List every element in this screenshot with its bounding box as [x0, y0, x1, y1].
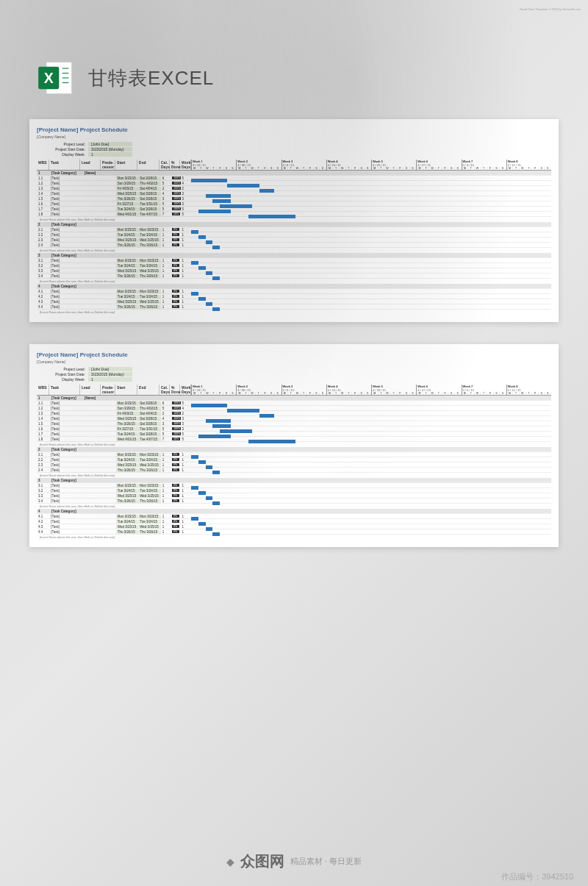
week-header: Week 54 / 20 / 15MTWTFSS — [371, 385, 416, 395]
gantt-bar[interactable] — [212, 246, 220, 249]
category-row[interactable]: 4[Task Category] — [37, 509, 551, 514]
task-row[interactable]: 2.2[Task]Tue 3/24/15Tue 3/24/1510%1 — [37, 457, 551, 462]
gantt-bar[interactable] — [212, 199, 231, 203]
gantt-bar[interactable] — [191, 486, 198, 490]
meta-week-value[interactable]: 1 — [88, 152, 132, 157]
gantt-bar[interactable] — [206, 527, 213, 531]
gantt-bar[interactable] — [220, 429, 252, 433]
gantt-bar[interactable] — [220, 204, 252, 208]
task-row[interactable]: 3.2[Task]Tue 3/24/15Tue 3/24/1510%1 — [37, 263, 551, 268]
task-row[interactable]: 4.2[Task]Tue 3/24/15Tue 3/24/1510%1 — [37, 294, 551, 299]
meta-start-value[interactable]: 3/23/2015 (Monday) — [88, 147, 132, 151]
gantt-bar[interactable] — [206, 302, 213, 306]
meta-lead-value[interactable]: [John Doe] — [88, 367, 132, 371]
task-row[interactable]: 3.2[Task]Tue 3/24/15Tue 3/24/1510%1 — [37, 488, 551, 493]
gantt-bar[interactable] — [212, 532, 220, 536]
task-row[interactable]: 1.1[Task]Mon 3/23/15Sat 3/28/156100%5 — [37, 176, 551, 181]
task-row[interactable]: 2.1[Task]Mon 3/23/15Mon 3/23/1510%1 — [37, 227, 551, 232]
gantt-bar[interactable] — [198, 297, 206, 301]
gantt-bar[interactable] — [248, 440, 295, 443]
task-row[interactable]: 1.8[Task]Wed 4/01/15Tue 4/07/15750%5 — [37, 212, 551, 217]
gantt-bar[interactable] — [191, 517, 198, 521]
gantt-bar[interactable] — [191, 261, 198, 265]
gantt-bar[interactable] — [227, 409, 259, 412]
gantt-bar[interactable] — [198, 235, 206, 239]
task-row[interactable]: 2.4[Task]Thu 3/26/15Thu 3/26/1510%1 — [37, 468, 551, 473]
task-row[interactable]: 3.3[Task]Wed 3/25/15Wed 3/25/1510%1 — [37, 493, 551, 499]
gantt-bar[interactable] — [206, 465, 213, 469]
task-row[interactable]: 1.7[Task]Tue 3/24/15Sat 3/28/155100%5 — [37, 207, 551, 212]
gantt-bar[interactable] — [198, 435, 231, 438]
meta-start-value[interactable]: 3/23/2015 (Monday) — [88, 372, 132, 376]
week-header: Week 34 / 6 / 15MTWTFSS — [282, 160, 326, 170]
task-row[interactable]: 1.3[Task]Fri 4/03/15Sat 4/04/152100%2 — [37, 411, 551, 416]
task-row[interactable]: 1.4[Task]Wed 3/25/15Sat 3/28/154100%3 — [37, 191, 551, 196]
gantt-bar[interactable] — [206, 496, 213, 500]
page-header: X 甘特表EXCEL — [0, 0, 588, 97]
task-row[interactable]: 2.2[Task]Tue 3/24/15Tue 3/24/1510%1 — [37, 232, 551, 237]
task-row[interactable]: 3.3[Task]Wed 3/25/15Wed 3/25/1510%1 — [37, 268, 551, 274]
gantt-bar[interactable] — [191, 230, 198, 234]
category-row[interactable]: 1[Task Category][Name] — [37, 396, 551, 401]
gantt-bar[interactable] — [227, 184, 259, 187]
gantt-bar[interactable] — [206, 194, 231, 198]
task-row[interactable]: 1.4[Task]Wed 3/25/15Sat 3/28/154100%3 — [37, 416, 551, 421]
task-row[interactable]: 1.8[Task]Wed 4/01/15Tue 4/07/15750%5 — [37, 437, 551, 442]
gantt-bar[interactable] — [198, 522, 206, 526]
task-row[interactable]: 2.1[Task]Mon 3/23/15Mon 3/23/1510%1 — [37, 452, 551, 457]
gantt-bar[interactable] — [198, 266, 206, 270]
meta-lead-value[interactable]: [John Doe] — [88, 142, 132, 146]
gantt-bar[interactable] — [198, 210, 231, 213]
category-row[interactable]: 3[Task Category] — [37, 253, 551, 258]
gantt-bar[interactable] — [206, 240, 213, 244]
task-row[interactable]: 4.4[Task]Thu 3/26/15Thu 3/26/1510%1 — [37, 529, 551, 535]
task-row[interactable]: 1.6[Task]Fri 3/27/15Tue 3/31/155100%3 — [37, 201, 551, 207]
task-row[interactable]: 1.5[Task]Thu 3/26/15Sat 3/28/153100%3 — [37, 421, 551, 426]
task-row[interactable]: 4.2[Task]Tue 3/24/15Tue 3/24/1510%1 — [37, 519, 551, 524]
task-row[interactable]: 1.6[Task]Fri 3/27/15Tue 3/31/155100%3 — [37, 426, 551, 432]
task-row[interactable]: 1.1[Task]Mon 3/23/15Sat 3/28/156100%5 — [37, 401, 551, 406]
watermark-brand: 众图网 — [240, 851, 284, 871]
gantt-bar[interactable] — [191, 455, 198, 459]
task-row[interactable]: 1.2[Task]Sun 3/29/15Thu 4/02/155100%4 — [37, 181, 551, 186]
task-row[interactable]: 2.3[Task]Wed 3/25/15Wed 3/25/1510%1 — [37, 237, 551, 243]
task-row[interactable]: 3.1[Task]Mon 3/23/15Mon 3/23/1510%1 — [37, 483, 551, 488]
gantt-bar[interactable] — [212, 471, 220, 474]
category-row[interactable]: 4[Task Category] — [37, 284, 551, 289]
gantt-bar[interactable] — [212, 276, 220, 280]
task-row[interactable]: 4.3[Task]Wed 3/25/15Wed 3/25/1510%1 — [37, 299, 551, 304]
category-row[interactable]: 1[Task Category][Name] — [37, 171, 551, 176]
category-row[interactable]: 2[Task Category] — [37, 222, 551, 227]
task-row[interactable]: 3.1[Task]Mon 3/23/15Mon 3/23/1510%1 — [37, 258, 551, 263]
gantt-bar[interactable] — [259, 414, 274, 418]
task-row[interactable]: 2.4[Task]Thu 3/26/15Thu 3/26/1510%1 — [37, 243, 551, 248]
category-row[interactable]: 3[Task Category] — [37, 478, 551, 483]
gantt-bar[interactable] — [248, 215, 295, 218]
gantt-bar[interactable] — [191, 292, 198, 296]
gantt-bar[interactable] — [206, 271, 213, 275]
meta-week-value[interactable]: 1 — [88, 377, 132, 382]
gantt-bar[interactable] — [212, 501, 220, 505]
gantt-bar[interactable] — [212, 307, 220, 311]
task-row[interactable]: 4.4[Task]Thu 3/26/15Thu 3/26/1510%1 — [37, 304, 551, 310]
task-row[interactable]: 4.1[Task]Mon 3/23/15Mon 3/23/1510%1 — [37, 289, 551, 294]
gantt-bar[interactable] — [198, 491, 206, 495]
category-row[interactable]: 2[Task Category] — [37, 447, 551, 452]
template-note: Gantt Chart Template © 2015 by Vertex42.… — [520, 7, 581, 11]
task-row[interactable]: 3.4[Task]Thu 3/26/15Thu 3/26/1510%1 — [37, 274, 551, 279]
gantt-bar[interactable] — [206, 419, 231, 423]
task-row[interactable]: 1.7[Task]Tue 3/24/15Sat 3/28/155100%5 — [37, 432, 551, 437]
task-row[interactable]: 4.3[Task]Wed 3/25/15Wed 3/25/1510%1 — [37, 524, 551, 529]
task-row[interactable]: 2.3[Task]Wed 3/25/15Wed 3/25/1510%1 — [37, 462, 551, 468]
product-id: 作品编号：3942510 — [501, 871, 573, 882]
gantt-bar[interactable] — [198, 460, 206, 464]
task-row[interactable]: 1.3[Task]Fri 4/03/15Sat 4/04/152100%2 — [37, 186, 551, 191]
gantt-bar[interactable] — [212, 424, 231, 428]
task-row[interactable]: 1.2[Task]Sun 3/29/15Thu 4/02/155100%4 — [37, 406, 551, 411]
gantt-bar[interactable] — [259, 189, 274, 193]
task-row[interactable]: 4.1[Task]Mon 3/23/15Mon 3/23/1510%1 — [37, 514, 551, 519]
gantt-bar[interactable] — [191, 404, 227, 407]
gantt-bar[interactable] — [191, 179, 227, 182]
task-row[interactable]: 3.4[Task]Thu 3/26/15Thu 3/26/1510%1 — [37, 499, 551, 504]
task-row[interactable]: 1.5[Task]Thu 3/26/15Sat 3/28/153100%3 — [37, 196, 551, 201]
